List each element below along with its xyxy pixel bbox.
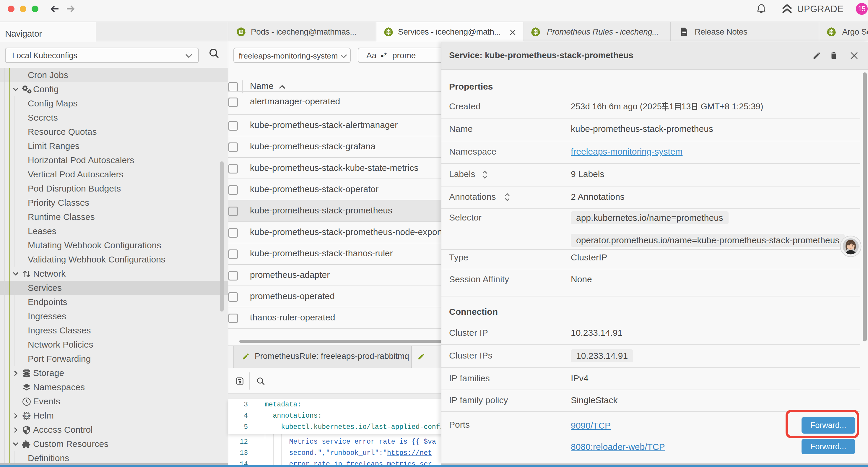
- svg-text:HELM: HELM: [23, 415, 30, 417]
